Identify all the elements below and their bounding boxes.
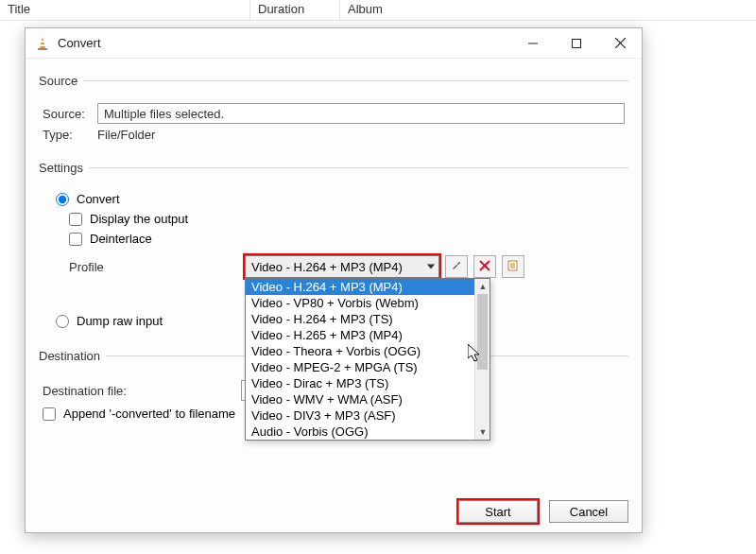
settings-group: Settings Convert Display the output Dein… — [39, 161, 628, 339]
display-output-label: Display the output — [90, 212, 188, 226]
close-button[interactable] — [598, 28, 642, 59]
maximize-button[interactable] — [555, 28, 598, 59]
profile-label: Profile — [69, 260, 245, 274]
scrollbar-thumb[interactable] — [477, 294, 488, 370]
chevron-down-icon — [427, 265, 435, 269]
source-group: Source Source: Type: File/Folder — [39, 74, 628, 151]
settings-legend: Settings — [39, 161, 89, 175]
vlc-cone-icon — [35, 36, 50, 51]
svg-rect-1 — [41, 41, 44, 43]
dialog-body: Source Source: Type: File/Folder Setting… — [26, 59, 642, 451]
display-output-checkbox[interactable]: Display the output — [69, 212, 625, 226]
profile-option[interactable]: Video - DIV3 + MP3 (ASF) — [246, 407, 490, 424]
dropdown-scrollbar[interactable]: ▲ ▼ — [474, 279, 490, 440]
convert-dialog: Convert Source Source: Type: File/Folder… — [25, 27, 643, 533]
convert-radio-label: Convert — [77, 192, 120, 206]
destination-file-label: Destination file: — [43, 384, 241, 398]
deinterlace-label: Deinterlace — [90, 232, 152, 246]
scrollbar-up-icon[interactable]: ▲ — [475, 279, 490, 294]
wrench-icon — [450, 259, 463, 275]
scrollbar-down-icon[interactable]: ▼ — [475, 424, 490, 440]
source-input[interactable] — [97, 103, 625, 124]
profile-option[interactable]: Video - H.264 + MP3 (MP4) — [246, 279, 490, 295]
profile-option[interactable]: Video - WMV + WMA (ASF) — [246, 391, 490, 407]
titlebar[interactable]: Convert — [26, 28, 642, 59]
new-profile-icon — [507, 259, 520, 275]
start-button-label: Start — [485, 505, 510, 519]
profile-combobox[interactable]: Video - H.264 + MP3 (MP4) — [245, 255, 439, 278]
type-label: Type: — [43, 128, 97, 142]
profile-combobox-value: Video - H.264 + MP3 (MP4) — [251, 260, 403, 274]
profile-settings-button[interactable] — [445, 255, 468, 278]
delete-icon — [479, 260, 490, 274]
dialog-title: Convert — [58, 36, 511, 50]
svg-rect-2 — [40, 44, 44, 46]
profile-combobox-wrap: Video - H.264 + MP3 (MP4) Video - H.264 … — [245, 255, 439, 278]
svg-rect-3 — [38, 48, 47, 50]
svg-rect-5 — [573, 39, 581, 47]
profile-option[interactable]: Video - H.264 + MP3 (TS) — [246, 311, 490, 327]
profile-option[interactable]: Video - H.265 + MP3 (MP4) — [246, 327, 490, 343]
append-converted-label: Append '-converted' to filename — [63, 407, 235, 421]
column-title[interactable]: Title — [0, 0, 250, 20]
profile-option[interactable]: Video - Theora + Vorbis (OGG) — [246, 343, 490, 359]
profile-option[interactable]: Video - Dirac + MP3 (TS) — [246, 375, 490, 391]
column-duration[interactable]: Duration — [250, 0, 340, 20]
dialog-buttons: Start Cancel — [458, 500, 628, 523]
profile-option[interactable]: Video - VP80 + Vorbis (Webm) — [246, 295, 490, 311]
dump-raw-label: Dump raw input — [77, 314, 163, 328]
source-legend: Source — [39, 74, 83, 88]
profile-option[interactable]: Video - MPEG-2 + MPGA (TS) — [246, 359, 490, 375]
source-label: Source: — [43, 107, 97, 121]
profile-delete-button[interactable] — [473, 255, 496, 278]
cancel-button-label: Cancel — [570, 505, 608, 519]
profile-option[interactable]: Audio - Vorbis (OGG) — [246, 424, 490, 440]
profile-dropdown[interactable]: Video - H.264 + MP3 (MP4)Video - VP80 + … — [245, 278, 490, 441]
background-column-header: Title Duration Album — [0, 0, 756, 21]
minimize-button[interactable] — [511, 28, 555, 59]
cancel-button[interactable]: Cancel — [549, 500, 628, 523]
type-value: File/Folder — [97, 128, 155, 142]
column-album[interactable]: Album — [340, 0, 756, 20]
start-button[interactable]: Start — [458, 500, 538, 523]
convert-radio[interactable]: Convert — [56, 192, 625, 206]
destination-legend: Destination — [39, 349, 106, 363]
deinterlace-checkbox[interactable]: Deinterlace — [69, 232, 625, 246]
profile-new-button[interactable] — [502, 255, 524, 278]
